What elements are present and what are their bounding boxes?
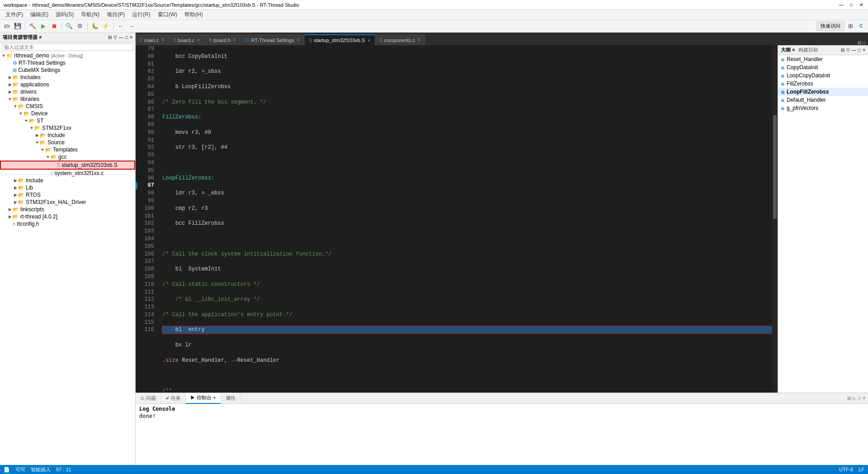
tab-close-rt-settings[interactable]: × <box>297 38 300 43</box>
menu-run[interactable]: 运行(R) <box>128 10 154 19</box>
tb-debug-btn[interactable]: 🐛 <box>90 21 100 31</box>
tab-startup-file[interactable]: S startup_stm32f103xb.S × <box>305 34 376 45</box>
tree-item-rtconfig[interactable]: h rtconfig.h <box>0 220 135 228</box>
bottom-ctrl-2[interactable]: ▷ <box>853 396 856 401</box>
close-button[interactable]: ✕ <box>858 2 864 8</box>
outline-item-fillzerobss[interactable]: ◉ FillZerobss <box>778 80 868 88</box>
tb-arrow-right-btn[interactable]: → <box>127 21 137 31</box>
bottom-tab-tasks[interactable]: ✔ 任务 <box>161 393 186 404</box>
tree-item-include-cmsis[interactable]: ▶ 📂 Include <box>0 177 135 184</box>
tree-item-gcc[interactable]: ▼ 📂 gcc <box>0 153 135 161</box>
tab-close-components-c[interactable]: × <box>418 38 420 43</box>
vertical-scrollbar[interactable] <box>772 45 778 393</box>
tree-item-device[interactable]: ▼ 📂 Device <box>0 110 135 117</box>
menu-help[interactable]: 帮助(H) <box>181 10 207 19</box>
tree-item-includes[interactable]: ▶ 📂 Includes <box>0 74 135 81</box>
bottom-ctrl-1[interactable]: ⊟ <box>847 396 851 401</box>
bottom-ctrl-3[interactable]: □ <box>858 396 861 401</box>
window-controls[interactable]: — □ ✕ <box>838 2 864 8</box>
outline-ctrl-3[interactable]: — <box>852 47 856 52</box>
minimize-button[interactable]: — <box>838 2 844 8</box>
explorer-menu-btn[interactable]: ▽ <box>113 35 117 40</box>
outline-ctrl-1[interactable]: ⊟ <box>841 47 844 52</box>
tree-item-cmsis[interactable]: ▼ 📂 CMSIS <box>0 103 135 110</box>
tree-item-libraries[interactable]: ▼ 📂 libraries <box>0 95 135 103</box>
explorer-max-btn[interactable]: □ <box>125 35 128 40</box>
tab-close-board-c[interactable]: × <box>197 38 200 43</box>
tab-components-c[interactable]: c components.c × <box>375 34 425 45</box>
tree-item-lib[interactable]: ▶ 📂 Lib <box>0 184 135 191</box>
tab-main-c[interactable]: c main.c × <box>136 34 169 45</box>
tb-view-btn[interactable]: ⊞ <box>845 21 855 31</box>
tb-settings-btn[interactable]: ⚙ <box>75 21 85 31</box>
arrow-icon: ▼ <box>1 53 6 58</box>
tree-item-linkscripts[interactable]: ▶ 📂 linkscripts <box>0 206 135 213</box>
tree-item-drivers[interactable]: ▶ 📂 drivers <box>0 88 135 95</box>
code-editor[interactable]: 79 80 81 82 83 84 85 86 87 88 89 90 91 9… <box>136 45 778 393</box>
tree-item-rt-thread[interactable]: ▶ 📂 rt-thread [4.0.2] <box>0 213 135 220</box>
menu-edit[interactable]: 编辑(E) <box>27 10 52 19</box>
tab-close-startup[interactable]: × <box>368 38 370 43</box>
tb-console-btn[interactable]: C <box>856 21 866 31</box>
outline-item-copydatainit[interactable]: ◉ CopyDataInit <box>778 63 868 71</box>
arrow-icon: ▶ <box>7 214 13 219</box>
explorer-min-btn[interactable]: — <box>119 35 123 40</box>
outline-item-reset-handler[interactable]: ◉ Reset_Handler <box>778 55 868 63</box>
outline-item-loopfill[interactable]: ◉ LoopFillZerobss <box>778 88 868 96</box>
tree-item-cubemx[interactable]: ⊞ CubeMX Settings <box>0 66 135 74</box>
outline-ctrl-5[interactable]: × <box>863 47 865 52</box>
folder-icon: 📂 <box>13 96 19 102</box>
maximize-button[interactable]: □ <box>848 2 854 8</box>
outline-item-loopcopy[interactable]: ◉ LoopCopyDataInit <box>778 71 868 80</box>
menu-project[interactable]: 项目(P) <box>103 10 128 19</box>
tree-item-rt-thread-settings[interactable]: ⚙ RT-Thread Settings <box>0 59 135 66</box>
outline-ctrl-2[interactable]: ▽ <box>846 47 850 52</box>
outline-ctrl-4[interactable]: □ <box>858 47 861 52</box>
tab-board-h[interactable]: h board.h × <box>205 34 241 45</box>
scrollbar-thumb[interactable] <box>773 115 777 219</box>
tb-flash-btn[interactable]: ⚡ <box>101 21 111 31</box>
bottom-tab-problems[interactable]: ⚠ 问题 <box>136 393 161 404</box>
tb-save-btn[interactable]: 💾 <box>13 21 23 31</box>
outline-item-default-handler[interactable]: ◉ Default_Handler <box>778 96 868 104</box>
outline-item-gpfnvectors[interactable]: ◉ g_pfnVectors <box>778 104 868 112</box>
tb-new-btn[interactable]: 🗁 <box>2 21 12 31</box>
tab-close-board-h[interactable]: × <box>233 38 236 43</box>
tree-item-st[interactable]: ▼ 📂 ST <box>0 117 135 124</box>
tab-board-c[interactable]: c board.c × <box>169 34 205 45</box>
tb-search-btn[interactable]: 🔍 <box>64 21 74 31</box>
tree-item-system-file[interactable]: c system_stm32f1xx.c <box>0 170 135 177</box>
tree-item-rtthread-demo[interactable]: ▼ 📁 rtthread_demo [Active · Debug] <box>0 52 135 59</box>
bottom-controls: ⊟ ▷ □ × <box>844 396 868 401</box>
tree-item-stm32f1xx[interactable]: ▼ 📂 STM32F1xx <box>0 124 135 132</box>
menu-file[interactable]: 文件(F) <box>2 10 27 19</box>
bottom-tab-properties[interactable]: 属性 <box>221 393 241 404</box>
tree-label-system-file: system_stm32f1xx.c <box>55 170 104 176</box>
tree-item-rtos[interactable]: ▶ 📂 RTOS <box>0 191 135 199</box>
menu-source[interactable]: 源码(S) <box>52 10 77 19</box>
explorer-close-btn[interactable]: × <box>130 35 132 40</box>
tab-rt-settings[interactable]: ⚙ RT-Thread Settings × <box>241 34 305 45</box>
menu-window[interactable]: 窗口(W) <box>154 10 181 19</box>
editor-maximize-btn[interactable]: ⊟ □ <box>855 40 868 45</box>
bottom-ctrl-4[interactable]: × <box>863 396 865 401</box>
menu-navigate[interactable]: 导航(N) <box>77 10 103 19</box>
code-content[interactable]: bcc CopyDataInit ldr r2, =_sbss b LoopFi… <box>158 45 778 393</box>
explorer-search-input[interactable] <box>2 43 133 51</box>
tb-run-btn[interactable]: ▶ <box>38 21 48 31</box>
tb-stop-btn[interactable]: ⏹ <box>49 21 59 31</box>
outline-tab-outline[interactable]: 大纲 × <box>781 47 795 53</box>
bottom-tab-console[interactable]: ▶ 控制台 × <box>186 393 221 404</box>
tb-build-btn[interactable]: 🔨 <box>28 21 38 31</box>
tree-item-applications[interactable]: ▶ 📂 applications <box>0 81 135 88</box>
tree-item-templates[interactable]: ▼ 📂 Templates <box>0 146 135 153</box>
tree-item-hal-driver[interactable]: ▶ 📂 STM32F1xx_HAL_Driver <box>0 199 135 206</box>
quick-access-button[interactable]: 快速访问 <box>816 21 844 31</box>
tree-item-include-stm32[interactable]: ▶ 📂 Include <box>0 132 135 139</box>
outline-tab-build[interactable]: 构建目标 <box>798 47 818 53</box>
tab-close-main-c[interactable]: × <box>161 38 164 43</box>
explorer-collapse-btn[interactable]: ⊟ <box>108 35 112 40</box>
tree-item-source[interactable]: ▼ 📂 Source <box>0 139 135 146</box>
tb-arrow-left-btn[interactable]: ← <box>116 21 126 31</box>
tree-item-startup-file[interactable]: S startup_stm32f103xb.S <box>0 161 135 170</box>
